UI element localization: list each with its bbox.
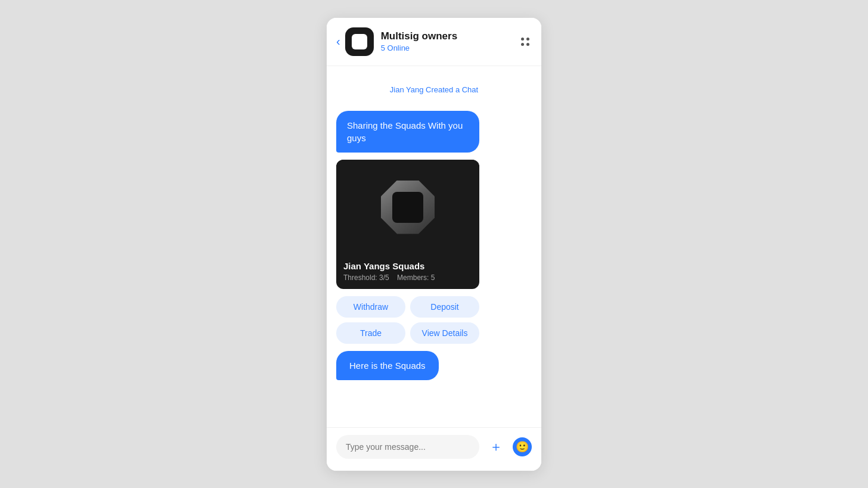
dot-2 <box>526 38 529 41</box>
emoji-icon: 🙂 <box>516 440 529 453</box>
deposit-button[interactable]: Deposit <box>410 296 479 318</box>
avatar <box>345 27 374 56</box>
squad-threshold: Threshold: 3/5 <box>343 273 389 282</box>
back-button[interactable]: ‹ <box>336 32 345 51</box>
online-status: 5 Online <box>381 43 519 52</box>
octagon-inner <box>392 192 423 223</box>
system-message: Jian Yang Created a Chat <box>336 85 532 94</box>
dot-3 <box>521 43 524 46</box>
chat-window: ‹ Multisig owners 5 Online Jian Yang Cre… <box>327 18 541 471</box>
trade-button[interactable]: Trade <box>336 322 405 344</box>
plus-icon: ＋ <box>489 438 503 456</box>
squad-meta: Threshold: 3/5 Members: 5 <box>343 273 472 282</box>
chat-header: ‹ Multisig owners 5 Online <box>327 18 541 66</box>
message-bubble-1: Sharing the Squads With you guys <box>336 111 479 153</box>
avatar-inner-icon <box>352 34 367 49</box>
dots-row-top <box>521 38 529 41</box>
input-area: ＋ 🙂 <box>327 427 541 471</box>
squad-card-info: Jian Yangs Squads Threshold: 3/5 Members… <box>336 255 479 289</box>
squad-logo <box>381 181 435 234</box>
message-input[interactable] <box>336 435 479 459</box>
message-bubble-2: Here is the Squads <box>336 351 439 380</box>
dots-row-bottom <box>521 43 529 46</box>
more-options-button[interactable] <box>519 35 532 48</box>
dot-4 <box>526 43 529 46</box>
dot-1 <box>521 38 524 41</box>
octagon-outer <box>381 181 435 234</box>
view-details-button[interactable]: View Details <box>410 322 479 344</box>
add-button[interactable]: ＋ <box>485 436 507 458</box>
withdraw-button[interactable]: Withdraw <box>336 296 405 318</box>
chat-title: Multisig owners <box>381 30 519 42</box>
squad-card-image <box>336 160 479 255</box>
emoji-button[interactable]: 🙂 <box>513 437 532 456</box>
squad-members: Members: 5 <box>397 273 435 282</box>
header-info: Multisig owners 5 Online <box>381 30 519 52</box>
messages-area: Jian Yang Created a Chat Sharing the Squ… <box>327 66 541 427</box>
action-buttons: Withdraw Deposit Trade View Details <box>336 296 479 344</box>
squad-card: Jian Yangs Squads Threshold: 3/5 Members… <box>336 160 479 289</box>
squad-name: Jian Yangs Squads <box>343 261 472 271</box>
